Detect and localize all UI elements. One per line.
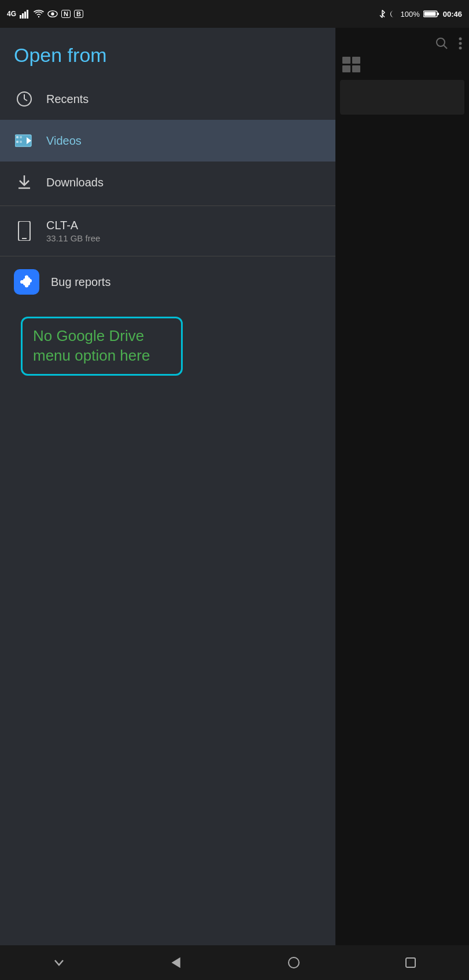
list-view-icon[interactable] [335, 54, 469, 75]
svg-rect-29 [352, 57, 360, 64]
downloads-label: Downloads [46, 176, 104, 189]
svg-rect-0 [20, 15, 21, 19]
svg-line-24 [444, 45, 447, 49]
nav-drawer: Open from Recents [0, 28, 335, 945]
moon-icon [389, 10, 397, 18]
film-icon [14, 130, 35, 151]
n-badge: N [61, 10, 71, 18]
svg-rect-30 [342, 65, 350, 72]
svg-rect-34 [406, 958, 415, 967]
annotation-container: No Google Drive menu option here [0, 305, 335, 387]
videos-label: Videos [46, 134, 82, 148]
status-left: 4G N B [7, 9, 83, 19]
divider-2 [0, 256, 335, 256]
svg-point-25 [459, 38, 462, 41]
status-right: 100% 00:46 [379, 9, 463, 19]
sidebar-item-downloads[interactable]: Downloads [0, 162, 335, 203]
svg-rect-3 [27, 10, 28, 19]
eye-icon [47, 10, 58, 18]
svg-rect-31 [352, 65, 360, 72]
nav-recents-button[interactable] [393, 952, 428, 973]
time-display: 00:46 [443, 10, 462, 19]
svg-rect-1 [22, 13, 24, 19]
svg-marker-32 [172, 958, 180, 967]
right-toolbar [335, 32, 469, 54]
svg-point-27 [459, 47, 462, 50]
svg-line-11 [24, 99, 27, 101]
annotation-box: No Google Drive menu option here [21, 317, 183, 376]
phone-icon [14, 221, 35, 241]
svg-point-23 [437, 38, 445, 46]
svg-rect-16 [16, 141, 19, 143]
svg-rect-18 [20, 141, 22, 143]
drawer-title: Open from [0, 28, 335, 78]
svg-rect-15 [16, 136, 19, 138]
battery-icon [423, 10, 440, 18]
svg-rect-2 [24, 12, 26, 19]
sidebar-item-recents[interactable]: Recents [0, 78, 335, 120]
svg-point-33 [289, 957, 299, 968]
right-panel [335, 28, 469, 945]
svg-rect-28 [342, 57, 350, 64]
nav-back-button[interactable] [158, 952, 194, 974]
sidebar-item-storage[interactable]: CLT-A 33.11 GB free [0, 208, 335, 254]
signal-icon [20, 9, 30, 19]
puzzle-icon [14, 269, 39, 295]
svg-rect-17 [20, 136, 22, 138]
storage-sublabel: 33.11 GB free [46, 233, 100, 243]
nav-home-button[interactable] [276, 952, 312, 974]
main-layout: Open from Recents [0, 28, 469, 945]
recents-label: Recents [46, 93, 88, 106]
bluetooth-icon [379, 9, 386, 19]
svg-point-26 [459, 42, 462, 45]
sidebar-item-videos[interactable]: Videos [0, 120, 335, 162]
storage-label: CLT-A [46, 219, 100, 232]
download-icon [14, 172, 35, 193]
svg-rect-8 [424, 12, 435, 16]
b-badge: B [74, 10, 83, 18]
nav-dropdown-button[interactable] [41, 952, 77, 974]
wifi-icon [34, 10, 44, 18]
svg-rect-7 [437, 13, 439, 15]
search-icon [435, 37, 448, 50]
storage-info: CLT-A 33.11 GB free [46, 219, 100, 243]
more-options-icon[interactable] [459, 37, 462, 50]
divider-1 [0, 205, 335, 206]
battery-percent: 100% [401, 10, 420, 19]
bottom-nav [0, 945, 469, 980]
status-bar: 4G N B 100% [0, 0, 469, 28]
svg-point-5 [51, 12, 54, 15]
right-content-area [340, 80, 464, 115]
clock-icon [14, 89, 35, 109]
bug-reports-label: Bug reports [51, 276, 110, 289]
svg-rect-21 [19, 221, 30, 241]
sidebar-item-bug-reports[interactable]: Bug reports [0, 259, 335, 305]
annotation-text: No Google Drive menu option here [33, 327, 150, 364]
signal-text: 4G [7, 10, 16, 18]
